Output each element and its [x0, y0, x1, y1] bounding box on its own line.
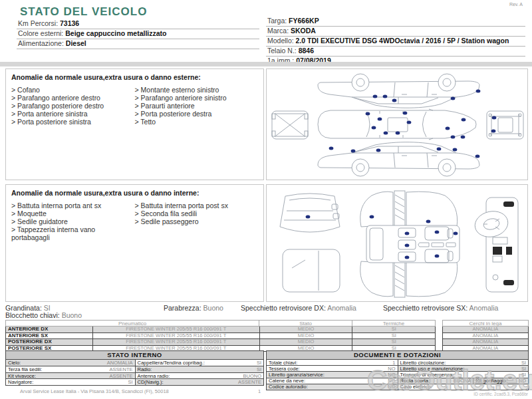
anomaly-item: > Sedile passeggero [135, 217, 259, 225]
table-cell: Tessera code:NO [267, 366, 398, 371]
damage-marker [492, 116, 497, 120]
stato-interno-table: STATO INTERNO Cielo:ANOMALIACappelliera/… [5, 350, 264, 386]
rear-view [487, 111, 523, 139]
front-view [272, 111, 308, 139]
ext-items-right: > Montante esterno sinistro> Parafango a… [135, 86, 259, 126]
cell-value: ANOMALIA [107, 360, 133, 366]
vehicle-report-page: STATO DEL VEICOLO Rev. A Km Percorsi: 73… [0, 0, 532, 399]
damage-marker [405, 232, 410, 235]
damage-marker [372, 126, 376, 130]
tire-position: ANTERIORE SX [6, 333, 92, 339]
cell-label: Triangolo di emergenza: [400, 372, 454, 377]
table-cell: Kit vivavoce:ASSENTE [6, 373, 135, 379]
tire-spec: FIRESTONE WINTER 205/55 R16 000/091 T [92, 327, 259, 332]
cell-label: Kit gonfiaggio: [475, 378, 507, 384]
table-cell: Terza fila sedili:ASSENTE [6, 366, 135, 372]
table-cell: Libretto garanzia/service:NO [267, 372, 398, 377]
condition-label: Parabrezza: [164, 304, 201, 312]
field-row: Colore esterni: Beige cappuccino metalli… [17, 29, 259, 39]
anomaly-item: > Moquette [11, 209, 135, 217]
tire-position: POSTERIORE DX [6, 339, 92, 345]
tire-table: Pneumatico Stato Termiche ANTERIORE DXFI… [5, 320, 436, 352]
interior-anomalies-panel: Anomalie da normale usura,extra usura o … [5, 184, 264, 302]
cerchi-value: ANOMALIA [443, 332, 528, 339]
field-label: Telaio N.: [267, 47, 299, 55]
damage-marker [462, 118, 466, 122]
cell-value: SI [257, 366, 261, 372]
tire-row: POSTERIORE DXFIRESTONE WINTER 205/55 R16… [6, 338, 435, 345]
damage-marker [405, 244, 410, 247]
cell-label: Codice autoradio: [269, 384, 308, 390]
cell-label: Terza fila sedili: [8, 366, 42, 372]
cell-label: Totale chiavi: [269, 360, 297, 365]
cell-value: ASSENTE [238, 379, 261, 385]
field-value: Diesel [66, 39, 86, 47]
cell-value: SI [521, 366, 526, 371]
damage-marker [475, 155, 480, 158]
exterior-anomalies-title: Anomalie da normale usura,extra usura o … [11, 73, 258, 81]
table-row: Tessera code:NOLibretto uso e manutenzio… [267, 365, 528, 371]
tire-stato: MEDIO [259, 327, 352, 332]
header-left-fields: Km Percorsi: 73136Colore esterni: Beige … [17, 19, 259, 49]
cerchi-value: ANOMALIA [443, 327, 528, 332]
table-row: Codice autoradio:NOCavo elettrico: [267, 384, 528, 390]
damage-marker [453, 148, 458, 152]
anomaly-item: > Tappezzeria interna vano portabagagli [11, 225, 135, 241]
header-pneumatico: Pneumatico [5, 320, 259, 327]
damage-marker [405, 256, 410, 259]
tire-termiche: SI [352, 339, 435, 345]
interior-anomalies-title: Anomalie da normale usura,extra usura o … [11, 189, 258, 197]
field-value: 2.0 TDI EXECUTIVE DSG 4WDOctavia / 2016 … [296, 37, 509, 45]
cell-label: Libretto garanzia/service: [269, 372, 325, 377]
tire-row: ANTERIORE SXFIRESTONE WINTER 205/55 R16 … [6, 332, 435, 339]
header-stato: Stato [259, 320, 352, 327]
field-row: Targa: FY666KP [266, 17, 525, 27]
field-label: Km Percorsi: [18, 19, 60, 27]
table-row: Terza fila sedili:ASSENTERadio:SI [6, 366, 263, 372]
cell-value: SI [521, 372, 526, 377]
damage-marker [370, 215, 374, 219]
damage-marker [383, 95, 388, 98]
table-row: Libretto garanzia/service:NOTriangolo di… [267, 371, 528, 377]
anomaly-item: > Parafango anteriore destro [11, 94, 135, 102]
plan-view [318, 109, 476, 140]
table-cell: Triangolo di emergenza:SI [398, 372, 529, 377]
field-label: Modello: [267, 37, 296, 45]
table-row: Kit vivavoce:ASSENTEAntenna radio:BUONO [6, 372, 263, 379]
headliner-view [280, 194, 340, 232]
condition-value: Buono [203, 304, 223, 312]
int-items-left: > Battuta interna porta ant sx> Moquette… [11, 201, 135, 241]
tire-spec: FIRESTONE WINTER 205/55 R16 000/091 T [92, 339, 259, 345]
cell-value: NO [388, 384, 395, 390]
damage-marker [437, 148, 442, 151]
cell-value: ASSENTE [109, 373, 132, 379]
anomaly-item: > Sedile guidatore [11, 217, 135, 225]
cell-value: SI [128, 379, 132, 385]
table-cell: Radio:SI [135, 366, 264, 372]
field-row: Km Percorsi: 73136 [17, 19, 259, 29]
field-label: Targa: [267, 17, 289, 25]
condition-value: Anomalia [469, 304, 499, 312]
damage-marker [351, 150, 356, 153]
cell-value: NO [388, 366, 395, 371]
tire-spec: FIRESTONE WINTER 205/55 R16 000/091 T [92, 333, 259, 339]
damage-marker [378, 118, 382, 121]
damage-marker [366, 112, 370, 116]
table-cell: Antenna radio:BUONO [135, 373, 264, 379]
cell-label: Cavo elettrico: [400, 384, 432, 390]
damage-marker [373, 95, 378, 98]
damage-marker [426, 220, 431, 223]
field-value: 8846 [299, 47, 314, 55]
table-cell: Catene da neve:NO [267, 378, 398, 384]
cell-value: SI [257, 360, 261, 366]
cell-value: NO [388, 378, 395, 384]
table-cell: Kit gonfiaggio:NO [473, 378, 528, 384]
field-label: Colore esterni: [18, 29, 65, 37]
stato-interno-rows: Cielo:ANOMALIACappelliera/Tendina coprib… [6, 360, 263, 385]
cell-label: Radio: [138, 366, 152, 372]
anomaly-item: > Tetto [135, 118, 259, 126]
interior-diagram-panel [266, 184, 528, 302]
table-cell: Navigatore:SI [6, 379, 135, 385]
cerchi-table: Cerchi in lega ANOMALIAANOMALIAANOMALIAA… [442, 320, 529, 352]
anomaly-item: > Parafango posteriore destro [11, 102, 135, 110]
